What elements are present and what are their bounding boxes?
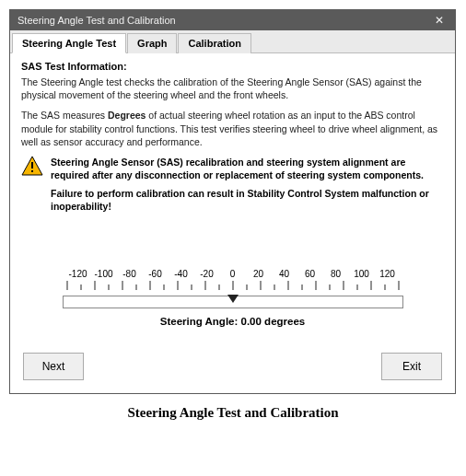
tick-label: 100: [351, 269, 373, 279]
warning-row: Steering Angle Sensor (SAS) recalibratio…: [21, 156, 444, 181]
warning-text-2: Failure to perform calibration can resul…: [21, 187, 444, 213]
readout-suffix: degrees: [262, 316, 305, 327]
dialog-window: Steering Angle Test and Calibration ✕ St…: [9, 9, 456, 394]
readout-value: 0.00: [241, 316, 262, 327]
angle-readout: Steering Angle: 0.00 degrees: [21, 316, 444, 327]
tick-label: 60: [299, 269, 321, 279]
window-title: Steering Angle Test and Calibration: [17, 15, 176, 26]
p2-bold: Degrees: [108, 110, 146, 121]
tick-label: -20: [196, 269, 218, 279]
tick-label: 20: [248, 269, 270, 279]
tick-labels: -120 -100 -80 -60 -40 -20 0 20 40 60 80 …: [67, 269, 399, 279]
section-heading: SAS Test Information:: [21, 61, 444, 72]
tab-steering-angle-test[interactable]: Steering Angle Test: [12, 33, 126, 53]
tick-label: -80: [119, 269, 141, 279]
button-row: Next Exit: [21, 353, 444, 382]
titlebar: Steering Angle Test and Calibration ✕: [10, 10, 455, 30]
slider-thumb-icon: [227, 295, 239, 303]
angle-slider[interactable]: [63, 296, 403, 308]
tick-label: 0: [222, 269, 244, 279]
close-icon[interactable]: ✕: [431, 14, 448, 27]
tick-label: -100: [93, 269, 115, 279]
tab-calibration[interactable]: Calibration: [178, 33, 250, 53]
scale-area: -120 -100 -80 -60 -40 -20 0 20 40 60 80 …: [21, 269, 444, 327]
tick-label: 40: [274, 269, 296, 279]
info-paragraph-1: The Steering Angle test checks the calib…: [21, 75, 444, 101]
exit-button[interactable]: Exit: [381, 353, 442, 380]
tick-label: 120: [377, 269, 399, 279]
p2-pre: The SAS measures: [21, 110, 108, 121]
info-paragraph-2: The SAS measures Degrees of actual steer…: [21, 109, 444, 148]
warning-text-1: Steering Angle Sensor (SAS) recalibratio…: [51, 156, 444, 181]
tick-label: 80: [325, 269, 347, 279]
tick-label: -40: [170, 269, 192, 279]
svg-rect-1: [31, 162, 33, 168]
tick-marks: [64, 281, 402, 294]
figure-caption: Steering Angle Test and Calibration: [9, 405, 457, 421]
warning-icon: [21, 156, 43, 176]
tab-graph[interactable]: Graph: [127, 33, 177, 53]
content-panel: SAS Test Information: The Steering Angle…: [10, 53, 455, 393]
tab-row: Steering Angle Test Graph Calibration: [10, 30, 455, 53]
readout-prefix: Steering Angle:: [160, 316, 241, 327]
tick-label: -60: [145, 269, 167, 279]
svg-rect-2: [31, 170, 33, 172]
next-button[interactable]: Next: [23, 353, 84, 380]
tick-label: -120: [67, 269, 89, 279]
